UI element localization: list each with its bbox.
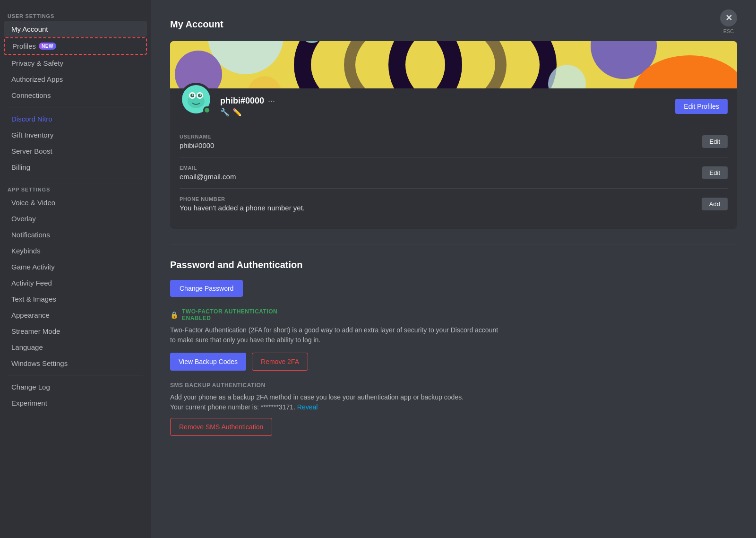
section-divider-1 [170, 244, 737, 244]
username-field-info: USERNAME phibi#0000 [180, 134, 214, 149]
edit-profiles-button[interactable]: Edit Profiles [675, 99, 728, 114]
close-label: ESC [723, 28, 734, 34]
close-icon: ✕ [720, 9, 737, 26]
email-field-info: EMAIL email@gmail.com [180, 165, 236, 181]
twofa-buttons: View Backup Codes Remove 2FA [170, 353, 737, 371]
sidebar-item-label: Voice & Video [11, 199, 55, 207]
new-badge: NEW [39, 43, 56, 50]
sidebar-section-user: USER SETTINGS [0, 9, 151, 21]
phone-add-button[interactable]: Add [702, 198, 728, 210]
twofa-title: TWO-FACTOR AUTHENTICATION ENABLED [182, 308, 277, 321]
remove-2fa-button[interactable]: Remove 2FA [252, 353, 308, 371]
lock-icon: 🔒 [170, 311, 178, 319]
username-area: phibi#0000 ··· 🔧 ✏️ [220, 96, 675, 117]
divider-2 [8, 179, 143, 179]
profile-info-row: phibi#0000 ··· 🔧 ✏️ Edit Profiles [170, 88, 737, 126]
divider-1 [8, 107, 143, 107]
sidebar-item-label: Privacy & Safety [11, 59, 63, 67]
sidebar-item-label: Notifications [11, 231, 50, 239]
profile-banner [170, 41, 737, 88]
sidebar-item-label: Windows Settings [11, 359, 68, 367]
sms-phone-line: Your current phone number is: *******317… [170, 403, 295, 411]
sidebar-item-label: My Account [11, 25, 48, 33]
username-field-label: USERNAME [180, 134, 214, 139]
sidebar-item-change-log[interactable]: Change Log [4, 379, 147, 395]
avatar-container [180, 83, 213, 116]
main-content: ✕ ESC My Account [151, 0, 756, 538]
sidebar-item-label: Experiment [11, 399, 47, 407]
sidebar-item-activity-feed[interactable]: Activity Feed [4, 275, 147, 291]
sidebar-item-notifications[interactable]: Notifications [4, 227, 147, 243]
sms-section: SMS BACKUP AUTHENTICATION Add your phone… [170, 382, 737, 436]
sidebar-item-label: Streamer Mode [11, 327, 60, 335]
sidebar-item-text-images[interactable]: Text & Images [4, 291, 147, 307]
phone-field-label: PHONE NUMBER [180, 196, 305, 202]
phone-field-row: PHONE NUMBER You haven't added a phone n… [180, 189, 728, 219]
twofa-label-row: 🔒 TWO-FACTOR AUTHENTICATION ENABLED [170, 308, 737, 321]
email-field-label: EMAIL [180, 165, 236, 171]
phone-field-info: PHONE NUMBER You haven't added a phone n… [180, 196, 305, 212]
twofa-section: 🔒 TWO-FACTOR AUTHENTICATION ENABLED Two-… [170, 308, 737, 371]
divider-3 [8, 375, 143, 375]
sidebar-item-label: Change Log [11, 383, 50, 391]
account-fields: USERNAME phibi#0000 Edit EMAIL email@gma… [170, 126, 737, 229]
sidebar-item-label: Overlay [11, 215, 36, 223]
sidebar-item-keybinds[interactable]: Keybinds [4, 243, 147, 259]
email-edit-button[interactable]: Edit [702, 166, 728, 179]
sidebar-item-label: Profiles [12, 42, 36, 50]
sidebar-item-experiment[interactable]: Experiment [4, 395, 147, 411]
sidebar-item-voice-video[interactable]: Voice & Video [4, 195, 147, 210]
sms-description: Add your phone as a backup 2FA method in… [170, 392, 501, 412]
sidebar-item-label: Keybinds [11, 247, 41, 255]
sidebar-item-appearance[interactable]: Appearance [4, 307, 147, 323]
sms-description-text: Add your phone as a backup 2FA method in… [170, 393, 464, 401]
page-title: My Account [170, 19, 737, 30]
sidebar-item-label: Billing [11, 163, 30, 171]
sidebar-item-label: Appearance [11, 311, 50, 319]
sidebar-item-game-activity[interactable]: Game Activity [4, 259, 147, 275]
sidebar-item-connections[interactable]: Connections [4, 87, 147, 103]
reveal-link[interactable]: Reveal [297, 403, 318, 411]
pen-icon: ✏️ [232, 108, 242, 117]
user-icons: 🔧 ✏️ [220, 108, 675, 117]
sidebar-item-gift-inventory[interactable]: Gift Inventory [4, 127, 147, 143]
sidebar-item-discord-nitro[interactable]: Discord Nitro [4, 111, 147, 127]
sidebar-item-label: Gift Inventory [11, 131, 53, 139]
sidebar-item-label: Language [11, 343, 43, 351]
sidebar-item-profiles[interactable]: Profiles NEW [4, 37, 147, 55]
sidebar-item-my-account[interactable]: My Account [4, 21, 147, 37]
username-edit-button[interactable]: Edit [702, 135, 728, 148]
more-options-icon[interactable]: ··· [268, 96, 275, 106]
sidebar-item-streamer-mode[interactable]: Streamer Mode [4, 323, 147, 339]
sms-title: SMS BACKUP AUTHENTICATION [170, 382, 737, 389]
twofa-description: Two-Factor Authentication (2FA for short… [170, 325, 501, 345]
sidebar-item-label: Authorized Apps [11, 75, 63, 83]
sidebar-item-label: Game Activity [11, 263, 55, 271]
sidebar-item-language[interactable]: Language [4, 339, 147, 355]
sidebar-item-server-boost[interactable]: Server Boost [4, 143, 147, 159]
sidebar-item-windows-settings[interactable]: Windows Settings [4, 356, 147, 371]
sidebar-item-label: Connections [11, 91, 51, 99]
username-row: phibi#0000 ··· [220, 96, 675, 106]
username-text: phibi#0000 [220, 96, 264, 106]
sidebar-item-authorized-apps[interactable]: Authorized Apps [4, 71, 147, 87]
email-field-value: email@gmail.com [180, 173, 236, 181]
remove-sms-button[interactable]: Remove SMS Authentication [170, 418, 272, 436]
change-password-button[interactable]: Change Password [170, 280, 243, 297]
view-backup-codes-button[interactable]: View Backup Codes [170, 353, 246, 371]
password-section-title: Password and Authentication [170, 260, 737, 270]
sidebar-item-privacy-safety[interactable]: Privacy & Safety [4, 55, 147, 71]
sidebar-item-billing[interactable]: Billing [4, 159, 147, 175]
svg-point-18 [200, 95, 201, 96]
email-field-row: EMAIL email@gmail.com Edit [180, 157, 728, 189]
sidebar: USER SETTINGS My Account Profiles NEW Pr… [0, 0, 151, 538]
sidebar-item-label: Text & Images [11, 295, 56, 303]
profile-card: phibi#0000 ··· 🔧 ✏️ Edit Profiles USERNA… [170, 41, 737, 229]
svg-point-17 [192, 95, 194, 96]
username-field-row: USERNAME phibi#0000 Edit [180, 126, 728, 157]
close-button[interactable]: ✕ ESC [720, 9, 737, 34]
tools-icon: 🔧 [220, 108, 230, 117]
sidebar-item-overlay[interactable]: Overlay [4, 211, 147, 226]
avatar-status [203, 106, 211, 114]
sidebar-item-label: Discord Nitro [11, 115, 52, 123]
